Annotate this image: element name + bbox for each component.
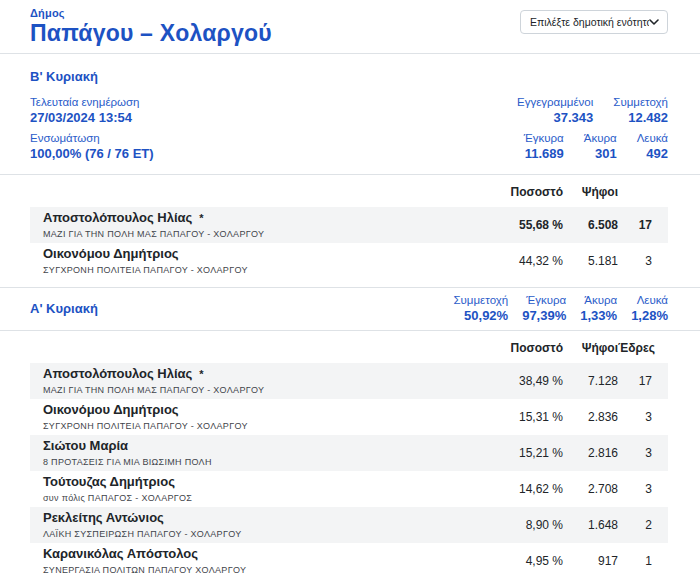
percent-value: 14,62 % xyxy=(477,482,563,496)
registered-stat: Εγγεγραμμένοι 37.343 xyxy=(517,95,593,126)
round-a-table-header: Ποσοστό Ψήφοι Έδρες xyxy=(30,341,668,363)
integration-value: 100,00% (76 / 76 ΕΤ) xyxy=(30,146,154,162)
last-update-value: 27/03/2024 13:54 xyxy=(30,110,140,126)
blank-stat: Λευκά 492 xyxy=(637,131,668,162)
municipality-label: Δήμος xyxy=(30,7,272,19)
votes-value: 2.836 xyxy=(563,410,618,424)
percent-column-header: Ποσοστό xyxy=(477,341,563,355)
percent-value: 4,95 % xyxy=(477,554,563,568)
party-name: ΜΑΖΙ ΓΙΑ ΤΗΝ ΠΟΛΗ ΜΑΣ ΠΑΠΑΓΟΥ - ΧΟΛΑΡΓΟΥ xyxy=(43,228,477,240)
percent-value: 38,49 % xyxy=(477,374,563,388)
page-title: Παπάγου – Χολαργού xyxy=(30,20,272,47)
percent-value: 44,32 % xyxy=(477,254,563,268)
integration-stat: Ενσωμάτωση 100,00% (76 / 76 ΕΤ) xyxy=(30,131,154,162)
seats-value: 3 xyxy=(618,410,668,424)
last-update-label: Τελευταία ενημέρωση xyxy=(30,95,140,110)
candidate-name: Αποστολόπουλος Ηλίας* xyxy=(43,366,477,382)
round-b-stats-line-1: Τελευταία ενημέρωση 27/03/2024 13:54 Εγγ… xyxy=(30,95,668,126)
invalid-stat: Άκυρα 301 xyxy=(584,131,617,162)
election-results-page: Δήμος Παπάγου – Χολαργού Επιλέξτε δημοτι… xyxy=(0,0,700,575)
percent-value: 15,21 % xyxy=(477,446,563,460)
header-divider xyxy=(0,53,700,54)
turnout-stat: Συμμετοχή 50,92% xyxy=(453,293,508,324)
page-header: Δήμος Παπάγου – Χολαργού Επιλέξτε δημοτι… xyxy=(0,0,700,53)
votes-value: 2.816 xyxy=(563,446,618,460)
chevron-down-icon xyxy=(649,19,659,26)
seats-value: 3 xyxy=(618,254,668,268)
candidate-name: Αποστολόπουλος Ηλίας* xyxy=(43,210,477,226)
blank-stat: Λευκά 1,28% xyxy=(631,293,668,324)
table-row[interactable]: Οικονόμου Δημήτριος ΣΥΓΧΡΟΝΗ ΠΟΛΙΤΕΙΑ ΠΑ… xyxy=(30,243,668,279)
valid-stat: Έγκυρα 97,39% xyxy=(522,293,566,324)
votes-column-header: Ψήφοι xyxy=(563,185,618,199)
round-a-stats: Συμμετοχή 50,92% Έγκυρα 97,39% Άκυρα 1,3… xyxy=(453,293,668,324)
votes-value: 6.508 xyxy=(563,218,618,232)
votes-value: 1.648 xyxy=(563,518,618,532)
candidate-name: Ρεκλείτης Αντώνιος xyxy=(43,510,477,526)
seats-value: 1 xyxy=(618,554,668,568)
round-b-stats-line-2: Ενσωμάτωση 100,00% (76 / 76 ΕΤ) Έγκυρα 1… xyxy=(30,131,668,162)
percent-column-header: Ποσοστό xyxy=(477,185,563,199)
table-row[interactable]: Ρεκλείτης Αντώνιος ΛΑΪΚΗ ΣΥΣΠΕΙΡΩΣΗ ΠΑΠΑ… xyxy=(30,507,668,543)
party-name: ΣΥΓΧΡΟΝΗ ΠΟΛΙΤΕΙΑ ΠΑΠΑΓΟΥ - ΧΟΛΑΡΓΟΥ xyxy=(43,420,477,432)
integration-label: Ενσωμάτωση xyxy=(30,131,154,146)
seats-value: 17 xyxy=(618,374,668,388)
candidate-name: Οικονόμου Δημήτριος xyxy=(43,246,477,262)
elected-mark: * xyxy=(199,212,203,224)
party-name: ΛΑΪΚΗ ΣΥΣΠΕΙΡΩΣΗ ΠΑΠΑΓΟΥ - ΧΟΛΑΡΓΟΥ xyxy=(43,528,477,540)
district-select[interactable]: Επιλέξτε δημοτική ενότητα... xyxy=(520,10,668,34)
round-b-divider xyxy=(0,174,700,175)
party-name: ΣΥΝΕΡΓΑΣΙΑ ΠΟΛΙΤΩΝ ΠΑΠΑΓΟΥ ΧΟΛΑΡΓΟΥ xyxy=(43,564,477,575)
party-name: 8 ΠΡΟΤΑΣΕΙΣ ΓΙΑ ΜΙΑ ΒΙΩΣΙΜΗ ΠΟΛΗ xyxy=(43,456,477,468)
percent-value: 15,31 % xyxy=(477,410,563,424)
municipality-title-block: Δήμος Παπάγου – Χολαργού xyxy=(30,7,272,47)
seats-value: 17 xyxy=(618,218,668,232)
votes-value: 2.708 xyxy=(563,482,618,496)
last-update-stat: Τελευταία ενημέρωση 27/03/2024 13:54 xyxy=(30,95,140,126)
round-b-ballot-stats: Έγκυρα 11.689 Άκυρα 301 Λευκά 492 xyxy=(524,131,668,162)
percent-value: 55,68 % xyxy=(477,218,563,232)
round-b-heading: Β' Κυριακή xyxy=(30,69,668,84)
seats-value: 3 xyxy=(618,482,668,496)
seats-value: 3 xyxy=(618,446,668,460)
candidate-name: Σιώτου Μαρία xyxy=(43,438,477,454)
party-name: συν πόλις ΠΑΠΑΓΟΣ - ΧΟΛΑΡΓΟΣ xyxy=(43,492,477,504)
turnout-stat: Συμμετοχή 12.482 xyxy=(613,95,668,126)
seats-column-header: Έδρες xyxy=(618,341,668,355)
round-a-band: Α' Κυριακή Συμμετοχή 50,92% Έγκυρα 97,39… xyxy=(0,287,700,331)
invalid-stat: Άκυρα 1,33% xyxy=(580,293,617,324)
votes-value: 5.181 xyxy=(563,254,618,268)
round-b-table-header: Ποσοστό Ψήφοι xyxy=(30,185,668,207)
seats-value: 2 xyxy=(618,518,668,532)
party-name: ΜΑΖΙ ΓΙΑ ΤΗΝ ΠΟΛΗ ΜΑΣ ΠΑΠΑΓΟΥ - ΧΟΛΑΡΓΟΥ xyxy=(43,384,477,396)
votes-value: 917 xyxy=(563,554,618,568)
valid-stat: Έγκυρα 11.689 xyxy=(524,131,564,162)
candidate-name: Καρανικόλας Απόστολος xyxy=(43,546,477,562)
table-row[interactable]: Τούτουζας Δημήτριος συν πόλις ΠΑΠΑΓΟΣ - … xyxy=(30,471,668,507)
elected-mark: * xyxy=(199,368,203,380)
party-name: ΣΥΓΧΡΟΝΗ ΠΟΛΙΤΕΙΑ ΠΑΠΑΓΟΥ - ΧΟΛΑΡΓΟΥ xyxy=(43,264,477,276)
table-row[interactable]: Καρανικόλας Απόστολος ΣΥΝΕΡΓΑΣΙΑ ΠΟΛΙΤΩΝ… xyxy=(30,543,668,575)
round-b-registered-stats: Εγγεγραμμένοι 37.343 Συμμετοχή 12.482 xyxy=(517,95,668,126)
candidate-name: Οικονόμου Δημήτριος xyxy=(43,402,477,418)
round-a-heading: Α' Κυριακή xyxy=(30,301,98,316)
votes-column-header: Ψήφοι xyxy=(563,341,618,355)
table-row[interactable]: Σιώτου Μαρία 8 ΠΡΟΤΑΣΕΙΣ ΓΙΑ ΜΙΑ ΒΙΩΣΙΜΗ… xyxy=(30,435,668,471)
district-select-value: Επιλέξτε δημοτική ενότητα... xyxy=(530,16,649,28)
percent-value: 8,90 % xyxy=(477,518,563,532)
table-row[interactable]: Αποστολόπουλος Ηλίας* ΜΑΖΙ ΓΙΑ ΤΗΝ ΠΟΛΗ … xyxy=(30,363,668,399)
candidate-name: Τούτουζας Δημήτριος xyxy=(43,474,477,490)
votes-value: 7.128 xyxy=(563,374,618,388)
table-row[interactable]: Οικονόμου Δημήτριος ΣΥΓΧΡΟΝΗ ΠΟΛΙΤΕΙΑ ΠΑ… xyxy=(30,399,668,435)
table-row[interactable]: Αποστολόπουλος Ηλίας* ΜΑΖΙ ΓΙΑ ΤΗΝ ΠΟΛΗ … xyxy=(30,207,668,243)
